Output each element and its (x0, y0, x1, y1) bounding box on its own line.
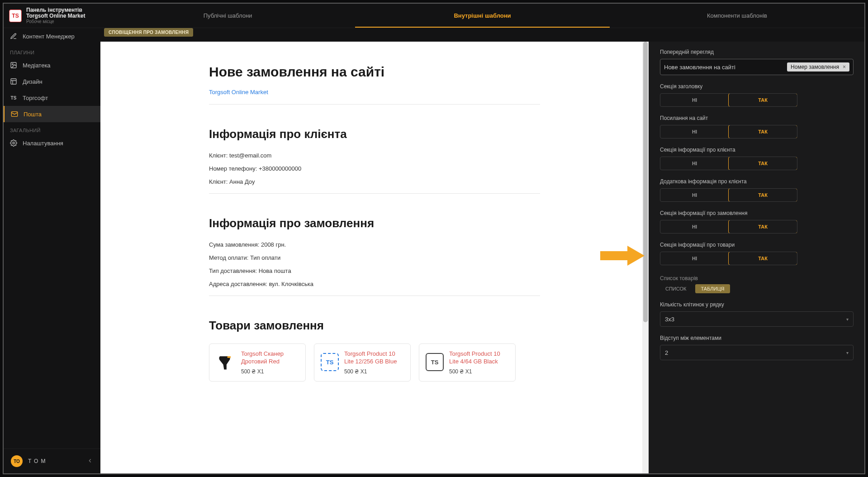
svg-rect-2 (11, 79, 16, 84)
toggle-no[interactable]: НІ (660, 189, 729, 201)
toggle-yes[interactable]: ТАК (728, 188, 797, 202)
sidebar-user-block: TO TOM (4, 448, 100, 473)
sidebar-item-content-manager[interactable]: Контент Менеджер (4, 28, 100, 44)
svg-point-4 (13, 142, 14, 144)
sidebar-item-label: Торгсофт (23, 95, 48, 101)
chip-order-number[interactable]: Номер замовлення × (787, 62, 849, 72)
preview-section-client: Інформація про клієнта (209, 127, 540, 141)
product-card: TS Torgsoft Product 10 Lite 12/256 GB Bl… (314, 343, 411, 382)
cfg-section-header-label: Секція заголовку (660, 83, 854, 90)
sidebar-item-label: Медіатека (23, 62, 51, 69)
chip-label: Номер замовлення (791, 64, 839, 70)
toggle-no[interactable]: НІ (660, 157, 729, 170)
preview-heading: Нове замовлення на сайті (209, 64, 540, 80)
chevron-down-icon: ▾ (846, 350, 849, 355)
info-order-delivery: Тип доставлення: Нова пошта (209, 267, 540, 274)
select-cells-per-row[interactable]: 3x3 ▾ (660, 311, 854, 327)
sidebar-collapse-button[interactable] (87, 458, 93, 465)
product-price: 500 ₴ X1 (241, 368, 299, 375)
toggle-no[interactable]: НІ (660, 125, 729, 138)
product-name: Torgsoft Product 10 Lite 4/64 GB Black (449, 350, 509, 366)
cfg-client-info-label: Секція інформації про клієнта (660, 147, 854, 153)
select-value: 3x3 (665, 316, 674, 323)
product-image-ts-blue: TS (321, 350, 339, 374)
toggle-client-extra: НІ ТАК (660, 188, 797, 202)
toggle-yes[interactable]: ТАК (728, 93, 797, 107)
sidebar-item-settings[interactable]: Налаштування (4, 135, 100, 151)
tab-template-components[interactable]: Компоненти шаблонів (610, 4, 864, 28)
info-client-name: Клієнт: Анна Доу (209, 178, 540, 185)
toggle-no[interactable]: НІ (660, 252, 729, 265)
chevron-down-icon: ▾ (846, 317, 849, 322)
sidebar-item-label: Дизайн (23, 78, 43, 85)
info-client-phone: Номер телефону: +380000000000 (209, 165, 540, 172)
sidebar-item-label: Налаштування (23, 140, 63, 147)
product-card: Torgsoft Сканер Дротовий Red 500 ₴ X1 (209, 343, 306, 382)
cfg-products-info-label: Секція інформації про товари (660, 242, 854, 248)
torgsoft-icon: TS (10, 94, 17, 101)
toggle-site-link: НІ ТАК (660, 125, 797, 138)
cfg-order-info-label: Секція інформації про замовлення (660, 210, 854, 216)
select-gap[interactable]: 2 ▾ (660, 345, 854, 360)
product-price: 500 ₴ X1 (449, 368, 509, 375)
product-name: Torgsoft Сканер Дротовий Red (241, 350, 299, 366)
info-order-sum: Сума замовлення: 2008 грн. (209, 241, 540, 248)
product-price: 500 ₴ X1 (344, 368, 404, 375)
info-client-email: Клієнт: test@email.com (209, 152, 540, 159)
layout-icon (10, 78, 17, 85)
toggle-client-info: НІ ТАК (660, 157, 797, 170)
sidebar-item-label: Контент Менеджер (23, 33, 75, 40)
preview-section-order: Інформація про замовлення (209, 216, 540, 230)
sidebar-item-torgsoft[interactable]: TS Торгсофт (4, 90, 100, 106)
preview-title-value: Нове замовлення на сайті (664, 64, 735, 71)
chip-remove-icon[interactable]: × (843, 64, 846, 70)
cfg-preview-label: Попередній перегляд (660, 49, 854, 55)
brand-logo: TS (9, 10, 22, 22)
toggle-products-info: НІ ТАК (660, 252, 797, 265)
toggle-order-info: НІ ТАК (660, 220, 797, 234)
cfg-products-list-label: Список товарів (660, 275, 854, 281)
brand-block: TS Панель інструментів Torgsoft Online M… (4, 4, 100, 28)
sidebar-item-label: Пошта (24, 111, 42, 118)
edit-icon (10, 33, 17, 40)
pill-table[interactable]: ТАБЛИЦЯ (695, 284, 730, 293)
product-name: Torgsoft Product 10 Lite 12/256 GB Blue (344, 350, 404, 366)
toggle-yes[interactable]: ТАК (728, 125, 797, 138)
toggle-section-header: НІ ТАК (660, 93, 797, 107)
toggle-yes[interactable]: ТАК (728, 157, 797, 170)
sidebar-item-mail[interactable]: Пошта (4, 106, 100, 122)
pill-list[interactable]: СПИСОК (660, 284, 692, 293)
order-notice-tag[interactable]: СПОВІЩЕННЯ ПРО ЗАМОВЛЕННЯ (104, 28, 193, 37)
username: TOM (28, 458, 48, 464)
info-order-address: Адреса доставлення: вул. Клочківська (209, 281, 540, 287)
scrollbar[interactable] (642, 42, 649, 473)
preview-pane: Нове замовлення на сайті Torgsoft Online… (100, 42, 649, 473)
config-pane: Попередній перегляд Нове замовлення на с… (649, 42, 864, 473)
toggle-yes[interactable]: ТАК (728, 220, 797, 234)
cfg-client-extra-label: Додаткова інформація про клієнта (660, 178, 854, 185)
product-image-scanner (216, 350, 236, 374)
preview-site-link[interactable]: Torgsoft Online Market (209, 89, 268, 95)
cfg-cells-per-row-label: Кількість клітинок у рядку (660, 301, 854, 308)
tab-internal-templates[interactable]: Внутрішні шаблони (355, 4, 610, 28)
sidebar-section-general: ЗАГАЛЬНИЙ (4, 122, 100, 135)
sidebar-item-design[interactable]: Дизайн (4, 73, 100, 90)
brand-subtitle: Torgsoft Online Market (26, 13, 85, 19)
avatar[interactable]: TO (11, 455, 23, 467)
select-value: 2 (665, 349, 668, 356)
preview-section-products: Товари замовлення (209, 319, 540, 333)
toggle-no[interactable]: НІ (660, 220, 729, 233)
preview-title-input[interactable]: Нове замовлення на сайті Номер замовленн… (660, 59, 854, 75)
mail-icon (11, 110, 18, 118)
image-icon (10, 62, 17, 69)
brand-workspace: Робоче місце (26, 19, 85, 24)
cfg-site-link-label: Посилання на сайт (660, 115, 854, 121)
svg-point-1 (12, 64, 14, 65)
toggle-yes[interactable]: ТАК (728, 252, 797, 265)
cfg-gap-label: Відступ між елементами (660, 335, 854, 341)
toggle-no[interactable]: НІ (660, 94, 729, 106)
sidebar-item-media[interactable]: Медіатека (4, 57, 100, 73)
product-image-ts-dark: TS (426, 350, 444, 374)
tab-public-templates[interactable]: Публічні шаблони (100, 4, 355, 28)
sidebar-section-plugins: ПЛАГИНИ (4, 44, 100, 57)
